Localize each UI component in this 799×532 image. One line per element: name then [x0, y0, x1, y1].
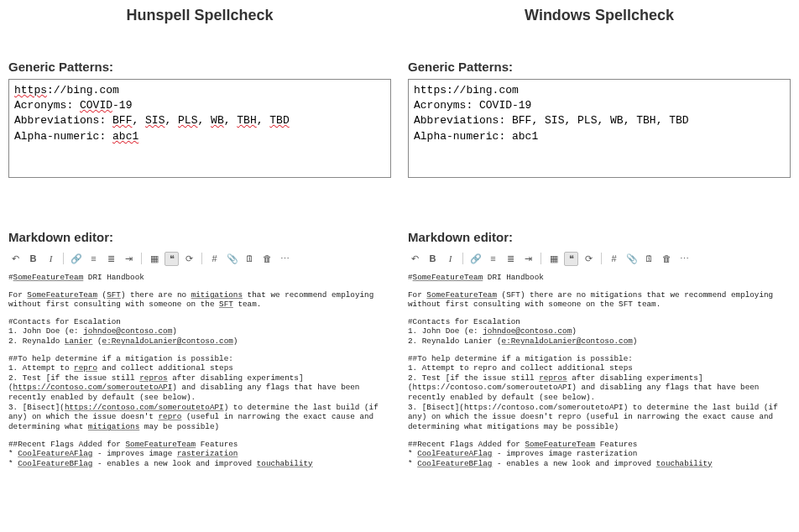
- md-h4-team: SomeFeatureTeam: [525, 440, 595, 449]
- more-icon[interactable]: ⋯: [278, 252, 292, 266]
- link-icon[interactable]: 🔗: [468, 252, 483, 266]
- bold-button[interactable]: B: [426, 252, 440, 266]
- md-f2a: *: [8, 459, 18, 468]
- md-f1-rast: rasterization: [177, 449, 238, 458]
- md-f2-touch: touchability: [257, 459, 313, 468]
- markdown-editor: ↶ B I 🔗 ≡ ≣ ⇥ ▦ ❝ ⟳ # 📎 🗓 🗑 ⋯ #Som: [8, 249, 391, 468]
- abbr-label: Abbreviations:: [14, 114, 112, 127]
- md-f2-touch: touchability: [656, 459, 713, 468]
- md-h4-team: SomeFeatureTeam: [125, 440, 196, 449]
- italic-button[interactable]: I: [443, 252, 457, 266]
- md-c1b: ): [572, 326, 577, 336]
- abbr-pls: PLS: [178, 114, 197, 127]
- quote-icon[interactable]: ❝: [564, 252, 578, 266]
- abbr-sis: SIS: [145, 114, 164, 127]
- md-c1b: ): [172, 326, 177, 336]
- ordered-list-icon[interactable]: ≣: [504, 252, 518, 266]
- md-s2-url[interactable]: https://contoso.com/someroutetoAPI: [13, 383, 173, 392]
- bold-button[interactable]: B: [26, 252, 40, 266]
- table-icon[interactable]: ▦: [546, 252, 561, 266]
- separator-icon: [141, 253, 142, 264]
- markdown-body[interactable]: #SomeFeatureTeam DRI Handbook For SomeFe…: [8, 273, 391, 468]
- md-p1-sft: SFT: [107, 290, 121, 300]
- md-s2-repros: repros: [139, 373, 167, 383]
- hash-icon[interactable]: #: [207, 252, 222, 266]
- md-c2-mail[interactable]: e:ReynaldoLanier@contoso.com: [502, 336, 633, 346]
- date-icon[interactable]: 🗓: [243, 252, 257, 266]
- abbr-wb: WB: [211, 114, 224, 127]
- md-h2-contacts: #Contacts for Escalation: [408, 317, 791, 327]
- abbr-tbh: TBH: [237, 114, 256, 127]
- windows-column: Windows Spellcheck Generic Patterns: htt…: [400, 0, 799, 532]
- md-p1c: ) there are no: [121, 290, 191, 300]
- url-rest: ://bing.com: [47, 84, 119, 96]
- generic-patterns-label: Generic Patterns:: [408, 60, 791, 74]
- markdown-body[interactable]: #SomeFeatureTeam DRI Handbook For SomeFe…: [408, 273, 791, 468]
- undo-icon[interactable]: ↶: [8, 252, 23, 266]
- unordered-list-icon[interactable]: ≡: [486, 252, 500, 266]
- undo-icon[interactable]: ↶: [408, 252, 422, 266]
- md-p1-team: SomeFeatureTeam: [426, 290, 497, 300]
- md-s3a: 3. [Bisect](: [8, 403, 65, 412]
- md-f2b: - enables a new look and improved: [492, 459, 655, 468]
- paperclip-icon[interactable]: 📎: [225, 252, 239, 266]
- markdown-editor-label: Markdown editor:: [8, 230, 391, 244]
- md-c1-mail[interactable]: johndoe@contoso.com: [483, 326, 572, 336]
- acronyms-label: Acronyms:: [14, 99, 80, 112]
- md-s3-url[interactable]: https://contoso.com/someroutetoAPI: [65, 403, 224, 412]
- md-f2a: *: [408, 459, 417, 468]
- url-line: https://bing.com: [414, 83, 785, 98]
- md-f1b: - improves image: [92, 449, 176, 458]
- md-c2-lanier: Lanier: [65, 336, 92, 346]
- md-f2b: - enables a new look and improved: [92, 459, 256, 468]
- trash-icon[interactable]: 🗑: [660, 252, 674, 266]
- md-h1-rest: DRI Handbook: [483, 273, 544, 282]
- quote-icon[interactable]: ❝: [164, 252, 179, 266]
- md-p1-mit: mitigations: [191, 290, 243, 300]
- generic-patterns-label: Generic Patterns:: [8, 60, 391, 74]
- url-scheme: https: [14, 84, 47, 96]
- hash-icon[interactable]: #: [607, 252, 621, 266]
- trash-icon[interactable]: 🗑: [260, 252, 274, 266]
- md-h4b: Features: [196, 440, 238, 449]
- md-s3-mit: mitigations: [88, 422, 139, 431]
- md-s1b: and collect additional steps: [97, 363, 233, 373]
- hunspell-column: Hunspell Spellcheck Generic Patterns: ht…: [0, 0, 400, 532]
- md-s1: 1. Attempt to repro and collect addition…: [408, 363, 791, 373]
- code-icon[interactable]: ⟳: [582, 252, 596, 266]
- md-s2-repros: repros: [539, 373, 567, 383]
- md-f1a: *: [408, 449, 417, 458]
- md-p1e: team.: [233, 300, 261, 309]
- md-h4b: Features: [595, 440, 637, 449]
- md-s2a: 2. Test [if the issue still: [408, 373, 539, 383]
- md-s2a: 2. Test [if the issue still: [8, 373, 139, 383]
- column-title-hunspell: Hunspell Spellcheck: [8, 7, 391, 24]
- italic-button[interactable]: I: [44, 252, 58, 266]
- md-c2-mail[interactable]: e:ReynaldoLanier@contoso.com: [102, 336, 233, 346]
- unordered-list-icon[interactable]: ≡: [86, 252, 101, 266]
- abbr-line: Abbreviations: BFF, SIS, PLS, WB, TBH, T…: [414, 113, 785, 128]
- generic-patterns-textbox[interactable]: https://bing.com Acronyms: COVID-19 Abbr…: [8, 79, 391, 178]
- paperclip-icon[interactable]: 📎: [624, 252, 639, 266]
- separator-icon: [63, 253, 64, 264]
- date-icon[interactable]: 🗓: [642, 252, 656, 266]
- table-icon[interactable]: ▦: [147, 252, 161, 266]
- md-c1-mail[interactable]: johndoe@contoso.com: [83, 326, 172, 336]
- link-icon[interactable]: 🔗: [69, 252, 83, 266]
- code-icon[interactable]: ⟳: [182, 252, 196, 266]
- alpha-value: abc1: [112, 130, 138, 143]
- md-p1-sft2: SFT: [219, 300, 233, 309]
- more-icon[interactable]: ⋯: [677, 252, 692, 266]
- md-f1-flag: CoolFeatureAFlag: [417, 449, 492, 458]
- generic-patterns-textbox[interactable]: https://bing.com Acronyms: COVID-19 Abbr…: [408, 79, 791, 178]
- ordered-list-icon[interactable]: ≣: [104, 252, 118, 266]
- md-c1: 1. John Doe (e:: [408, 326, 483, 336]
- abbr-tbd: TBD: [269, 114, 289, 127]
- md-f2-flag: CoolFeatureBFlag: [417, 459, 492, 468]
- markdown-editor: ↶ B I 🔗 ≡ ≣ ⇥ ▦ ❝ ⟳ # 📎 🗓 🗑 ⋯ #Som: [408, 249, 791, 468]
- indent-icon[interactable]: ⇥: [521, 252, 535, 266]
- md-s3-repro: repro: [159, 412, 182, 421]
- alpha-label: Alpha-numeric:: [14, 130, 112, 143]
- acronym-tail: -19: [112, 99, 132, 112]
- indent-icon[interactable]: ⇥: [122, 252, 136, 266]
